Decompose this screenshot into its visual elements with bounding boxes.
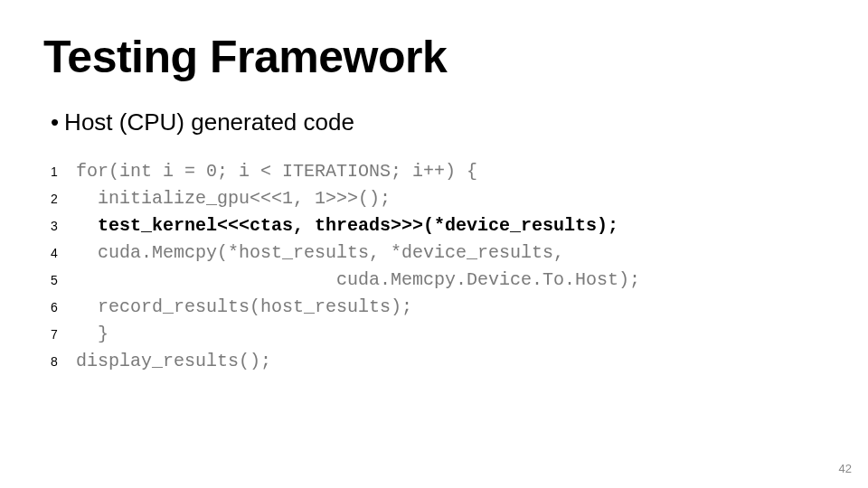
code-line-highlight: 3 test_kernel<<<ctas, threads>>>(*device… xyxy=(51,212,825,239)
code-text: initialize_gpu<<<1, 1>>>(); xyxy=(76,185,391,212)
code-text: cuda.Memcpy.Device.To.Host); xyxy=(76,267,640,294)
code-text: } xyxy=(76,321,108,348)
code-text: display_results(); xyxy=(76,348,271,375)
code-line: 5 cuda.Memcpy.Device.To.Host); xyxy=(51,267,825,294)
line-number: 8 xyxy=(51,352,76,371)
code-line: 6 record_results(host_results); xyxy=(51,294,825,321)
line-number: 4 xyxy=(51,244,76,263)
bullet-item: • Host (CPU) generated code xyxy=(51,108,825,136)
line-number: 5 xyxy=(51,271,76,290)
code-block: 1 for(int i = 0; i < ITERATIONS; i++) { … xyxy=(51,158,825,375)
slide: Testing Framework • Host (CPU) generated… xyxy=(0,0,868,488)
line-number: 7 xyxy=(51,325,76,344)
page-number: 42 xyxy=(839,462,852,475)
line-number: 6 xyxy=(51,298,76,317)
code-text: for(int i = 0; i < ITERATIONS; i++) { xyxy=(76,158,477,185)
slide-title: Testing Framework xyxy=(43,31,825,83)
line-number: 1 xyxy=(51,163,76,182)
code-line: 2 initialize_gpu<<<1, 1>>>(); xyxy=(51,185,825,212)
line-number: 2 xyxy=(51,190,76,209)
code-text: test_kernel<<<ctas, threads>>>(*device_r… xyxy=(76,212,618,239)
code-line: 1 for(int i = 0; i < ITERATIONS; i++) { xyxy=(51,158,825,185)
code-text: cuda.Memcpy(*host_results, *device_resul… xyxy=(76,239,564,267)
code-line: 8 display_results(); xyxy=(51,348,825,375)
line-number: 3 xyxy=(51,217,76,236)
code-line: 4 cuda.Memcpy(*host_results, *device_res… xyxy=(51,239,825,267)
bullet-text: Host (CPU) generated code xyxy=(64,108,354,136)
code-line: 7 } xyxy=(51,321,825,348)
bullet-dot-icon: • xyxy=(51,108,59,136)
code-text: record_results(host_results); xyxy=(76,294,412,321)
